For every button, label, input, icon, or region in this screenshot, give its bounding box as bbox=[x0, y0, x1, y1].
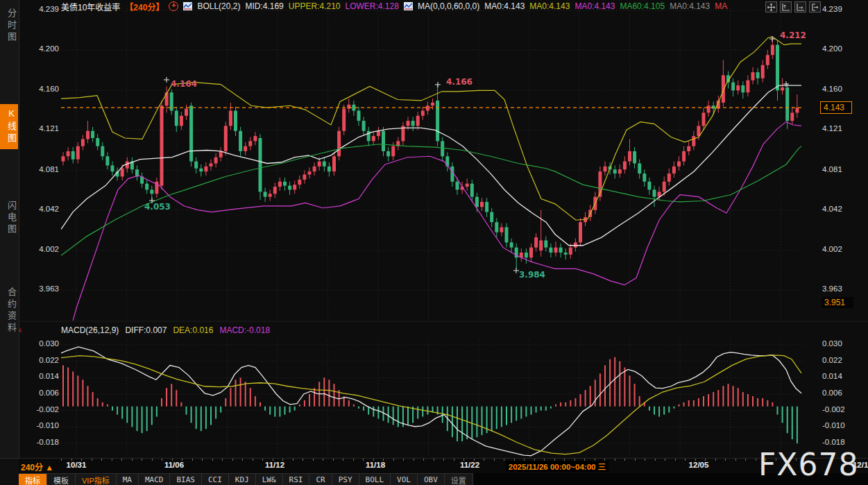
right-price-axis: 4.143 3.951 4.2394.2004.1604.1214.0814.0… bbox=[822, 0, 867, 458]
macd-macd-value: MACD:-0.018 bbox=[219, 325, 270, 335]
indicator-header: 美债10年收益率 【240分】 + BOLL(20,2) MID:4.169 U… bbox=[19, 0, 868, 12]
ma-red-label: MA bbox=[715, 1, 727, 11]
macd-axis-label: 0.006 bbox=[822, 389, 842, 397]
toolbar-button-2[interactable]: 模板 bbox=[47, 473, 76, 485]
price-axis-label: 4.200 bbox=[822, 44, 842, 53]
sidebar-tab-2[interactable]: K线图 bbox=[0, 104, 18, 149]
corner-box bbox=[0, 458, 19, 485]
boll-mid-value: MID:4.169 bbox=[245, 1, 283, 11]
toolbar-button-12[interactable]: PSY bbox=[332, 473, 359, 485]
ma0-magenta-value: MA0:4.143 bbox=[575, 1, 615, 11]
y-axis-scale-icon[interactable] bbox=[780, 1, 792, 12]
ma60-line bbox=[61, 144, 801, 256]
price-axis-label: 4.042 bbox=[39, 205, 59, 213]
macd-axis-label: 0.014 bbox=[39, 372, 59, 380]
macd-axis-label: -0.002 bbox=[36, 405, 59, 414]
price-axis-label: 4.200 bbox=[39, 44, 59, 53]
ma-chart-icon[interactable] bbox=[404, 2, 413, 10]
symbol-title: 美债10年收益率 bbox=[61, 1, 120, 12]
toolbar-button-4[interactable]: MA bbox=[117, 473, 139, 485]
ma60-green-value: MA60:4.105 bbox=[620, 1, 665, 11]
toolbar-button-1[interactable]: 指标 bbox=[19, 473, 47, 485]
session-low-tag: 3.951 bbox=[822, 297, 853, 308]
price-axis-label: 4.042 bbox=[822, 205, 842, 213]
macd-dea-value: DEA:0.016 bbox=[173, 325, 213, 335]
sidebar-tab-4[interactable]: 合约资料 bbox=[0, 283, 18, 339]
svg-text:4.164: 4.164 bbox=[171, 79, 197, 89]
ma0-gray-value: MA0:4.143 bbox=[670, 1, 710, 11]
swing-markers: 4.1644.0534.1663.9844.212 bbox=[144, 31, 806, 280]
boll-lower-value: LOWER:4.128 bbox=[346, 1, 399, 11]
date-label: 12/05 bbox=[689, 461, 709, 469]
macd-axis-label: 0.030 bbox=[39, 339, 59, 348]
price-axis-label: 3.963 bbox=[39, 284, 59, 293]
ma-name: MA(0,0,0,60,0,0) bbox=[418, 1, 479, 11]
indicator-toolbar: 指标模板VIP指标MAMACDBIASCCIKDJLW&RSICRPSYBOLL… bbox=[19, 473, 868, 485]
macd-axis-label: -0.018 bbox=[822, 438, 845, 446]
toolbar-button-6[interactable]: BIAS bbox=[170, 473, 202, 485]
ma0-yellow-value: MA0:4.143 bbox=[529, 1, 570, 11]
toolbar-button-14[interactable]: VOL bbox=[391, 473, 418, 485]
macd-axis-label: 0.030 bbox=[822, 339, 842, 348]
date-label: 11/18 bbox=[366, 461, 385, 469]
boll-name: BOLL(20,2) bbox=[197, 1, 240, 11]
chart-tool-icons bbox=[765, 1, 821, 12]
price-axis-label: 4.081 bbox=[39, 165, 59, 173]
toolbar-button-11[interactable]: CR bbox=[309, 473, 332, 485]
sidebar-tab-3[interactable]: 闪电图 bbox=[0, 196, 18, 240]
price-axis-label: 4.002 bbox=[822, 245, 842, 253]
x-axis-date-row: 240分 ▲ 10/3111/0611/1211/1811/222025/11/… bbox=[0, 458, 868, 474]
macd-header: MACD(26,12,9) DIFF:0.007 DEA:0.016 MACD:… bbox=[61, 325, 270, 335]
period-switch[interactable]: 240分 ▲ bbox=[21, 461, 53, 473]
date-label: 11/06 bbox=[164, 461, 184, 469]
macd-axis-label: -0.002 bbox=[822, 405, 845, 414]
pan-move-icon[interactable] bbox=[765, 1, 777, 12]
left-sidebar: 分时图K线图闪电图合约资料 bbox=[0, 0, 19, 485]
boll-upper-line bbox=[61, 37, 801, 220]
macd-name: MACD(26,12,9) bbox=[61, 325, 119, 335]
macd-diff-value: DIFF:0.007 bbox=[125, 325, 167, 335]
date-label: 11/22 bbox=[460, 461, 479, 469]
price-axis-label: 3.963 bbox=[822, 284, 842, 293]
price-axis-label: 4.160 bbox=[822, 85, 842, 93]
date-label: 10/31 bbox=[67, 461, 87, 469]
fx678-watermark: FX678 bbox=[758, 447, 858, 482]
toolbar-button-9[interactable]: LW& bbox=[256, 473, 283, 485]
price-axis-label: 4.002 bbox=[39, 245, 59, 253]
exit-right-icon[interactable] bbox=[809, 1, 821, 12]
toolbar-button-8[interactable]: KDJ bbox=[229, 473, 256, 485]
macd-axis-label: 0.022 bbox=[39, 356, 59, 364]
boll-upper-value: UPPER:4.210 bbox=[289, 1, 341, 11]
toolbar-button-7[interactable]: CCI bbox=[202, 473, 229, 485]
toolbar-button-10[interactable]: RSI bbox=[283, 473, 310, 485]
period-label: 【240分】 bbox=[125, 1, 164, 12]
macd-axis-label: 0.014 bbox=[822, 372, 842, 380]
boll-chart-icon[interactable] bbox=[183, 2, 192, 10]
macd-axis-label: 0.022 bbox=[822, 356, 842, 364]
price-axis-label: 4.121 bbox=[822, 124, 842, 133]
ma0-white-value: MA0:4.143 bbox=[484, 1, 525, 11]
date-label: 11/12 bbox=[265, 461, 284, 469]
toolbar-button-16[interactable]: 设置 bbox=[445, 473, 473, 485]
toolbar-button-3[interactable]: VIP指标 bbox=[76, 473, 117, 485]
macd-layer bbox=[61, 347, 801, 456]
add-indicator-icon[interactable]: + bbox=[169, 1, 178, 11]
macd-axis-label: -0.018 bbox=[36, 438, 59, 446]
macd-axis-label: 0.006 bbox=[39, 389, 59, 397]
toolbar-button-15[interactable]: OBV bbox=[418, 473, 445, 485]
selected-bar-date-label: 2025/11/26 00:00~04:00 三 bbox=[506, 461, 609, 472]
macd-axis-label: -0.010 bbox=[36, 421, 59, 429]
sidebar-tab-1[interactable]: 分时图 bbox=[0, 4, 18, 48]
svg-text:4.212: 4.212 bbox=[780, 31, 806, 40]
svg-text:3.984: 3.984 bbox=[519, 270, 545, 280]
macd-axis-label: -0.010 bbox=[822, 421, 845, 429]
price-axis-label: 4.121 bbox=[39, 124, 59, 133]
price-axis-label: 4.160 bbox=[39, 85, 59, 93]
candlestick-chart[interactable]: 4.1644.0534.1663.9844.212 bbox=[0, 0, 868, 458]
toolbar-button-5[interactable]: MACD bbox=[139, 473, 171, 485]
price-axis-label: 4.081 bbox=[822, 165, 842, 173]
svg-text:4.053: 4.053 bbox=[144, 202, 171, 212]
left-price-axis: 4.2394.2004.1604.1214.0814.0424.0023.963… bbox=[21, 0, 59, 458]
toolbar-button-13[interactable]: BOLL bbox=[359, 473, 391, 485]
x-axis-scale-icon[interactable] bbox=[794, 1, 806, 12]
